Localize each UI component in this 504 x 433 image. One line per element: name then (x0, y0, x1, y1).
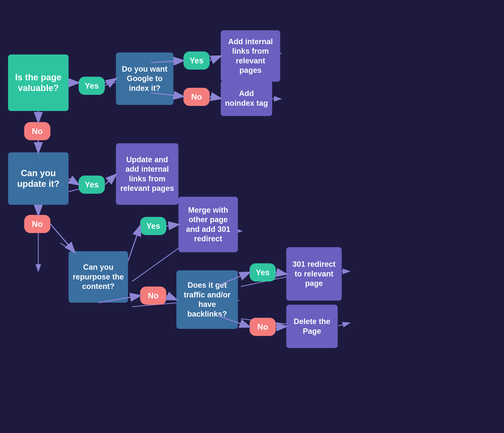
update-internal-links-label: Update and add internal links from relev… (120, 155, 174, 193)
flowchart: Is the page valuable? Yes Do you want Go… (0, 0, 504, 433)
add-internal-links-node: Add internal links from relevant pages (221, 30, 280, 82)
does-it-get-traffic-node: Does it get traffic and/or have backlink… (176, 270, 238, 329)
yes-badge-traffic: Yes (250, 263, 276, 281)
update-internal-links-node: Update and add internal links from relev… (116, 143, 178, 205)
can-repurpose-node: Can you repurpose the content? (69, 251, 128, 303)
yes-badge-update-label: Yes (85, 180, 99, 189)
no-badge-1: No (24, 122, 50, 140)
svg-line-19 (338, 323, 350, 326)
is-page-valuable-label: Is the page valuable? (12, 72, 64, 93)
no-badge-google-label: No (191, 92, 202, 101)
yes-badge-google: Yes (183, 51, 210, 70)
merge-page-node: Merge with other page and add 301 redire… (178, 197, 238, 252)
redirect-301-node: 301 redirect to relevant page (286, 247, 342, 301)
add-noindex-label: Add noindex tag (224, 89, 269, 108)
can-you-update-node: Can you update it? (8, 152, 69, 205)
yes-badge-google-label: Yes (190, 56, 204, 65)
do-you-want-google-label: Do you want Google to index it? (119, 64, 170, 93)
yes-badge-1-label: Yes (85, 81, 99, 90)
add-internal-links-label: Add internal links from relevant pages (224, 37, 277, 75)
yes-badge-traffic-label: Yes (256, 268, 270, 277)
no-badge-google: No (183, 88, 210, 106)
merge-page-label: Merge with other page and add 301 redire… (182, 205, 234, 244)
no-badge-update: No (24, 215, 50, 233)
yes-badge-repurpose: Yes (140, 217, 166, 235)
delete-page-node: Delete the Page (286, 305, 338, 348)
yes-badge-repurpose-label: Yes (146, 221, 160, 231)
can-repurpose-label: Can you repurpose the content? (72, 263, 124, 291)
no-badge-repurpose-label: No (148, 291, 158, 300)
redirect-301-label: 301 redirect to relevant page (290, 259, 338, 288)
is-page-valuable-node: Is the page valuable? (8, 55, 69, 111)
can-you-update-label: Can you update it? (12, 168, 64, 189)
does-it-get-traffic-label: Does it get traffic and/or have backlink… (180, 280, 234, 319)
yes-badge-update: Yes (79, 175, 105, 194)
no-badge-traffic: No (250, 318, 276, 336)
no-badge-traffic-label: No (257, 322, 268, 332)
do-you-want-google-node: Do you want Google to index it? (116, 53, 173, 105)
delete-page-label: Delete the Page (290, 317, 334, 336)
no-badge-repurpose: No (140, 286, 166, 305)
no-badge-update-label: No (32, 220, 43, 229)
yes-badge-1: Yes (79, 77, 105, 95)
no-badge-1-label: No (32, 127, 43, 136)
add-noindex-node: Add noindex tag (221, 81, 272, 116)
